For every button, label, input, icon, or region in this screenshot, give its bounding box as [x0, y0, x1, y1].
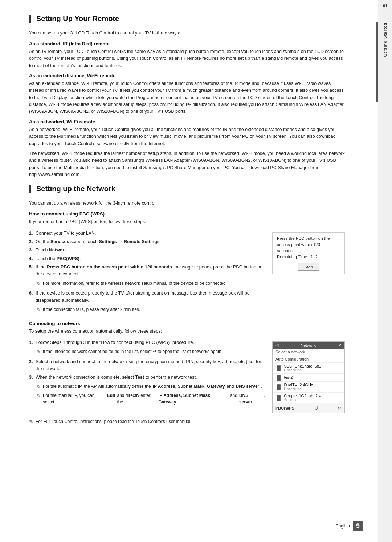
network-subtitle: Select a network. — [273, 349, 344, 356]
side-tab-number: 01 — [383, 4, 387, 8]
connecting-steps-area: 1. Follow Steps 1 through 3 in the "How … — [29, 338, 265, 413]
pbc-box-line2: access point within 120 — [277, 242, 320, 247]
connect-note1: ✎ If the intended network cannot be foun… — [36, 348, 265, 356]
subsection-networked-title: As a networked, Wi-Fi remote — [29, 119, 345, 124]
note-icon-3: ✎ — [36, 348, 41, 356]
network-item-2-info: DualTV_2.4GHz Unsecured — [284, 383, 313, 391]
network-item-1-info: test24 — [284, 375, 295, 379]
connecting-title: Connecting to network — [29, 321, 345, 326]
wifi-icon-0: ▐▌ — [275, 365, 282, 371]
note-icon-2: ✎ — [36, 306, 41, 314]
network-item-2[interactable]: ▐▌ DualTV_2.4GHz Unsecured — [273, 382, 344, 393]
pbc-step-6: 6. If the device is connected properly t… — [29, 290, 265, 304]
main-content: Setting Up Your Remote You can set up yo… — [29, 15, 363, 527]
page-footer: English 9 — [336, 521, 363, 531]
pbc-subsection: How to connect using PBC (WPS) If your r… — [29, 211, 345, 315]
pbc-step-4: 4. Touch the PBC(WPS). — [29, 255, 265, 262]
network-item-0-info: SEC_LinkShare_681... Unsecured — [284, 364, 324, 372]
pbc-steps-list: 1. Connect your TV to your LAN. 2. On th… — [29, 230, 265, 278]
wifi-icon-2: ▐▌ — [275, 384, 282, 390]
section-divider-1 — [29, 26, 345, 26]
section-remote: Setting Up Your Remote You can set up yo… — [29, 15, 345, 178]
pbc-note2: ✎ If the connection fails, please retry … — [36, 306, 265, 314]
pbc-how-to-section: 1. Connect your TV to your LAN. 2. On th… — [29, 229, 345, 316]
connecting-steps-list: 1. Follow Steps 1 through 3 in the "How … — [29, 339, 265, 346]
network-item-2-name: DualTV_2.4GHz — [284, 383, 313, 387]
stop-button[interactable]: Stop — [298, 263, 319, 271]
subsection-wifi-body: As an extended distance, Wi-Fi remote, y… — [29, 80, 345, 115]
network-item-1-name: test24 — [284, 375, 295, 379]
note-icon-6: ✎ — [29, 418, 34, 426]
connect-step-3: 3. When the network connection is comple… — [29, 374, 265, 381]
pbc-step-2: 2. On the Services screen, touch Setting… — [29, 238, 265, 245]
connecting-steps-list-2: 2. Select a network and connect to the n… — [29, 358, 265, 381]
pbc-intro: If your router has a PBC (WPS) button, f… — [29, 218, 345, 225]
network-item-3-name: Couple_1G2Lab_2.4... — [284, 394, 324, 398]
network-box-header: ◁ Network ✕ — [273, 342, 344, 349]
network-header-title: Network — [301, 343, 316, 348]
side-tab-bar — [376, 22, 378, 102]
network-item-0[interactable]: ▐▌ SEC_LinkShare_681... Unsecured — [273, 363, 344, 374]
subsection-ir-body: As an IR remote, your LCD Touch Control … — [29, 48, 345, 69]
network-auto-config[interactable]: Auto Configuration — [273, 356, 344, 363]
wifi-icon-3: ▐▌ — [275, 395, 282, 401]
connecting-subsection: Connecting to network To setup the wirel… — [29, 321, 345, 426]
network-pbc-label: PBC(WPS) — [275, 406, 296, 410]
language-label: English — [336, 523, 350, 529]
connecting-content: 1. Follow Steps 1 through 3 in the "How … — [29, 338, 345, 413]
connecting-intro: To setup the wireless connection automat… — [29, 328, 345, 335]
section-remote-title: Setting Up Your Remote — [29, 15, 345, 23]
section-divider-2 — [29, 196, 345, 196]
page-number: 9 — [353, 521, 363, 531]
section-network-title: Setting up the Network — [29, 185, 345, 193]
pbc-steps-area: 1. Connect your TV to your LAN. 2. On th… — [29, 229, 265, 316]
subsection-wifi-title: As an extended distance, Wi-Fi remote — [29, 73, 345, 78]
section-title-bar-2 — [29, 185, 31, 193]
subsection-networked-body1: As a networked, Wi-Fi remote, your Touch… — [29, 126, 345, 147]
network-item-1[interactable]: ▐▌ test24 — [273, 374, 344, 382]
connect-step-2: 2. Select a network and connect to the n… — [29, 358, 265, 373]
pbc-step-1: 1. Connect your TV to your LAN. — [29, 230, 265, 237]
network-box-footer: PBC(WPS) ↺ ↩ — [273, 403, 344, 413]
pbc-step6-list: 6. If the device is connected properly t… — [29, 290, 265, 304]
section-network-intro: You can set up a wireless network for th… — [29, 200, 345, 207]
network-selection-box: ◁ Network ✕ Select a network. Auto Confi… — [272, 341, 345, 413]
network-item-3[interactable]: ▐▌ Couple_1G2Lab_2.4... Secured — [273, 393, 344, 403]
pbc-note1: ✎ For more information, refer to the wir… — [36, 280, 265, 288]
network-refresh-icon[interactable]: ↺ — [314, 405, 319, 411]
network-item-0-name: SEC_LinkShare_681... — [284, 364, 324, 368]
pbc-step-3: 3. Touch Network. — [29, 247, 265, 254]
subsection-ir-title: As a standard, IR (Infra Red) remote — [29, 41, 345, 46]
network-item-2-status: Unsecured — [284, 387, 313, 391]
pbc-box-line1: Press the PBC button on the — [277, 236, 330, 241]
note-icon-1: ✎ — [36, 280, 41, 288]
network-back-icon: ◁ — [275, 343, 278, 348]
pbc-title: How to connect using PBC (WPS) — [29, 211, 345, 217]
connect-note3: ✎ For the manual IP, you can select Edit… — [36, 392, 265, 405]
network-item-0-status: Unsecured — [284, 368, 324, 372]
network-item-3-status: Secured — [284, 398, 324, 402]
connect-step-1: 1. Follow Steps 1 through 3 in the "How … — [29, 339, 265, 346]
network-item-3-info: Couple_1G2Lab_2.4... Secured — [284, 394, 324, 402]
side-tab-label: Getting Started — [383, 22, 387, 57]
note-icon-4: ✎ — [36, 383, 41, 391]
pbc-step-5: 5. If the Press PBC button on the access… — [29, 264, 265, 278]
pbc-box: Press the PBC button on the access point… — [272, 232, 345, 274]
section-remote-intro: You can set up your 3" LCD Touch Control… — [29, 30, 345, 37]
subsection-networked-body2: The networked, Wi-Fi mode requires the l… — [29, 150, 345, 178]
page-container: 01 Getting Started Setting Up Your Remot… — [0, 0, 392, 542]
section-title-bar — [29, 15, 31, 23]
connect-note2: ✎ For the automatic IP, the AP will auto… — [36, 383, 265, 391]
note-icon-5: ✎ — [36, 392, 41, 400]
pbc-box-line4: Remaining Time : 112 — [277, 255, 318, 259]
pbc-box-line3: seconds. — [277, 249, 294, 253]
section-network: Setting up the Network You can set up a … — [29, 185, 345, 426]
footer-note: ✎ For Full Touch Control instructions, p… — [29, 418, 345, 426]
side-tab: 01 Getting Started — [378, 0, 392, 542]
network-back-btn[interactable]: ↩ — [337, 405, 342, 411]
wifi-icon-1: ▐▌ — [275, 375, 282, 380]
network-close-icon[interactable]: ✕ — [338, 343, 342, 348]
